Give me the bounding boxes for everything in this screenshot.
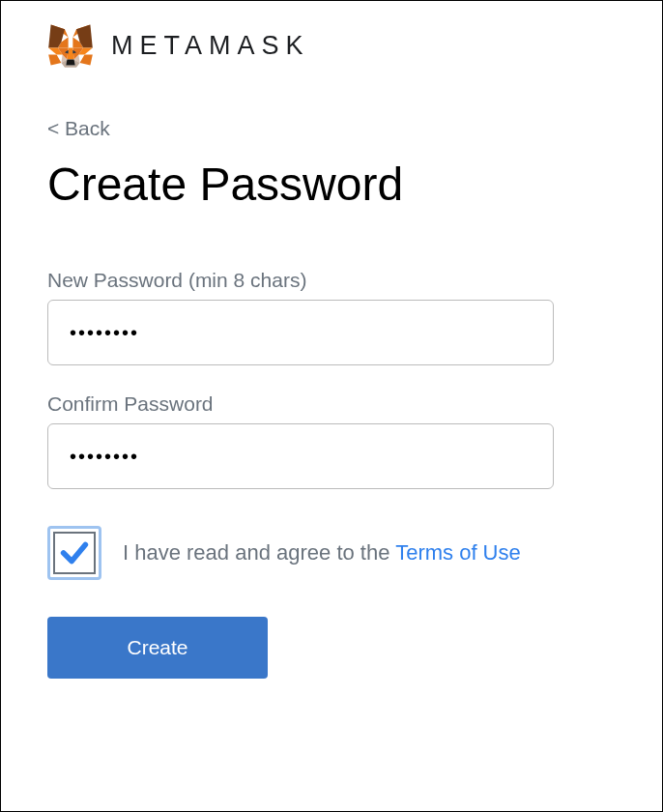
svg-marker-2 bbox=[80, 55, 93, 66]
create-button[interactable]: Create bbox=[47, 617, 268, 679]
svg-marker-12 bbox=[67, 47, 73, 59]
page-title: Create Password bbox=[47, 158, 616, 211]
brand-name: METAMASK bbox=[111, 31, 310, 61]
svg-marker-3 bbox=[48, 55, 61, 66]
new-password-label: New Password (min 8 chars) bbox=[47, 269, 616, 292]
main-content: < Back Create Password New Password (min… bbox=[1, 78, 662, 679]
confirm-password-group: Confirm Password bbox=[47, 392, 616, 489]
terms-prefix: I have read and agree to the bbox=[123, 540, 395, 565]
new-password-input[interactable] bbox=[47, 300, 554, 365]
checkmark-icon bbox=[58, 536, 91, 569]
metamask-fox-icon bbox=[47, 22, 94, 69]
back-button[interactable]: < Back bbox=[47, 117, 110, 140]
confirm-password-label: Confirm Password bbox=[47, 392, 616, 416]
svg-marker-14 bbox=[66, 59, 75, 65]
terms-text: I have read and agree to the Terms of Us… bbox=[123, 540, 521, 566]
new-password-group: New Password (min 8 chars) bbox=[47, 269, 616, 365]
terms-checkbox[interactable] bbox=[47, 526, 101, 580]
confirm-password-input[interactable] bbox=[47, 423, 554, 489]
terms-of-use-link[interactable]: Terms of Use bbox=[395, 540, 521, 565]
terms-row: I have read and agree to the Terms of Us… bbox=[47, 526, 616, 580]
app-header: METAMASK bbox=[1, 1, 662, 78]
